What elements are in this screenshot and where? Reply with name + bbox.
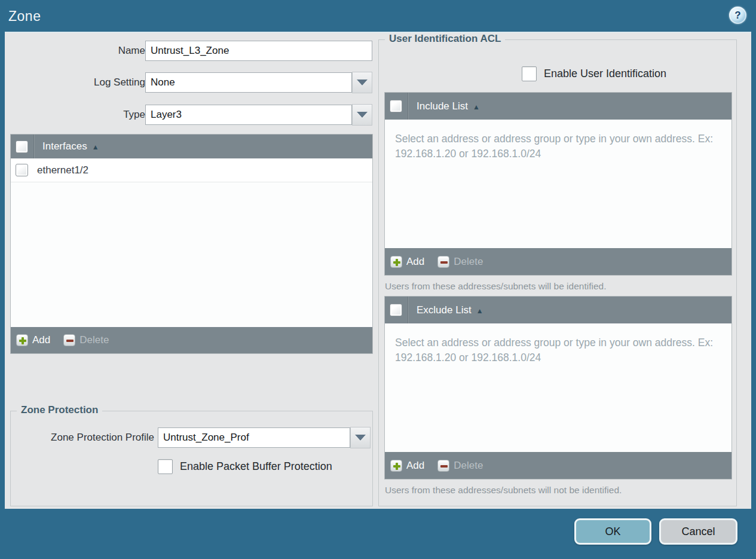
- sort-asc-icon: ▲: [473, 102, 480, 111]
- zone-protection-profile-input[interactable]: [158, 427, 350, 448]
- log-setting-label: Log Setting: [14, 72, 145, 93]
- dialog-titlebar: Zone ?: [0, 0, 756, 32]
- exclude-list-column-header: Exclude List: [417, 304, 472, 316]
- name-label: Name: [14, 41, 145, 61]
- interfaces-table: Interfaces ▲ ethernet1/2 Add Delete: [10, 134, 373, 354]
- enable-user-identification-label: Enable User Identification: [544, 68, 666, 80]
- interfaces-column-header: Interfaces: [42, 140, 87, 152]
- exclude-list-placeholder: Select an address or address group or ty…: [385, 323, 729, 365]
- help-glyph: ?: [734, 10, 740, 22]
- table-row[interactable]: ethernet1/2: [11, 158, 372, 182]
- user-identification-legend: User Identification ACL: [385, 33, 505, 45]
- exclude-list-header[interactable]: Exclude List ▲: [385, 297, 731, 323]
- dialog-footer: OK Cancel: [0, 509, 756, 559]
- minus-icon: [437, 460, 449, 472]
- include-list-body[interactable]: Select an address or address group or ty…: [385, 120, 731, 248]
- packet-buffer-protection-checkbox[interactable]: [158, 459, 173, 474]
- help-icon[interactable]: ?: [729, 7, 746, 24]
- log-setting-input[interactable]: [145, 72, 352, 93]
- log-setting-dropdown-button[interactable]: [352, 72, 372, 93]
- dialog-body: Name Log Setting Type Interfaces ▲ ether…: [5, 32, 751, 509]
- plus-icon: [390, 256, 402, 268]
- user-identification-section: User Identification ACL Enable User Iden…: [378, 39, 737, 506]
- exclude-add-button[interactable]: Add: [390, 460, 424, 472]
- include-list-placeholder: Select an address or address group or ty…: [385, 120, 729, 161]
- packet-buffer-protection-row: Enable Packet Buffer Protection: [158, 459, 332, 474]
- type-input[interactable]: [145, 105, 352, 125]
- exclude-list-body[interactable]: Select an address or address group or ty…: [385, 323, 731, 452]
- chevron-down-icon: [357, 80, 368, 85]
- exclude-list-footer: Add Delete: [385, 452, 731, 479]
- chevron-down-icon: [357, 112, 368, 118]
- type-dropdown-button[interactable]: [352, 104, 372, 126]
- sort-asc-icon: ▲: [92, 142, 99, 151]
- zone-protection-legend: Zone Protection: [17, 404, 102, 416]
- include-list-table: Include List ▲ Select an address or addr…: [384, 92, 732, 276]
- interfaces-delete-button[interactable]: Delete: [63, 334, 109, 346]
- header-divider: [33, 135, 34, 158]
- chevron-down-icon: [355, 435, 366, 441]
- name-input[interactable]: [145, 41, 372, 61]
- include-list-footer: Add Delete: [385, 248, 731, 275]
- enable-user-identification-row: Enable User Identification: [522, 66, 666, 81]
- dialog-title: Zone: [8, 8, 41, 25]
- packet-buffer-protection-label: Enable Packet Buffer Protection: [180, 460, 332, 473]
- include-add-button[interactable]: Add: [390, 256, 424, 268]
- plus-icon: [390, 460, 402, 472]
- zone-protection-profile-dropdown-button[interactable]: [350, 427, 371, 448]
- cancel-button[interactable]: Cancel: [659, 518, 737, 545]
- zone-protection-profile-label: Zone Protection Profile: [17, 427, 154, 448]
- include-select-all-checkbox[interactable]: [390, 100, 402, 112]
- exclude-delete-button[interactable]: Delete: [437, 460, 483, 472]
- interfaces-table-footer: Add Delete: [11, 327, 372, 353]
- interfaces-table-header[interactable]: Interfaces ▲: [11, 135, 372, 158]
- exclude-list-caption: Users from these addresses/subnets will …: [385, 485, 622, 496]
- interface-name: ethernet1/2: [37, 164, 88, 176]
- type-label: Type: [14, 105, 145, 125]
- interfaces-add-button[interactable]: Add: [16, 334, 50, 346]
- interfaces-select-all-checkbox[interactable]: [16, 140, 28, 153]
- enable-user-identification-checkbox[interactable]: [522, 66, 537, 81]
- plus-icon: [16, 334, 28, 346]
- header-divider: [408, 297, 408, 323]
- interfaces-table-body: ethernet1/2: [11, 158, 372, 327]
- minus-icon: [437, 256, 449, 268]
- sort-asc-icon: ▲: [476, 306, 483, 315]
- include-list-header[interactable]: Include List ▲: [385, 93, 731, 120]
- header-divider: [408, 93, 408, 120]
- ok-button[interactable]: OK: [574, 518, 651, 545]
- exclude-list-table: Exclude List ▲ Select an address or addr…: [384, 296, 732, 479]
- exclude-select-all-checkbox[interactable]: [390, 304, 402, 316]
- zone-protection-section: Zone Protection Zone Protection Profile …: [10, 411, 373, 506]
- include-delete-button[interactable]: Delete: [437, 256, 483, 268]
- minus-icon: [63, 334, 75, 346]
- include-list-column-header: Include List: [417, 100, 468, 112]
- interface-row-checkbox[interactable]: [16, 164, 28, 176]
- include-list-caption: Users from these addresses/subnets will …: [385, 281, 606, 292]
